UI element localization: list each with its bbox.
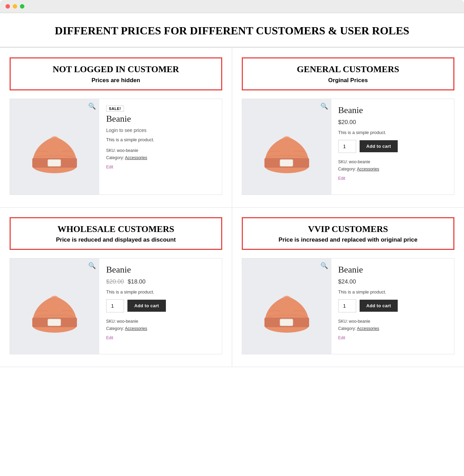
beanie-illustration-3 [27,277,82,335]
svg-rect-2 [48,159,61,166]
product-card-general: 🔍 Beanie $20.00 This is a [242,99,455,195]
quadrant-wholesale: WHOLESALE CUSTOMERS Price is reduced and… [0,208,232,367]
beanie-illustration-2 [259,118,314,176]
window-chrome [0,0,464,13]
close-dot[interactable] [5,4,10,9]
qty-input-4[interactable] [338,299,356,312]
product-image-area-2: 🔍 [242,99,331,195]
sale-badge-1: SALE! [106,106,124,112]
quadrant-heading-not-logged-in: NOT LOGGED IN CUSTOMER [18,64,214,75]
quadrant-subheading-wholesale: Price is reduced and displayed as discou… [18,236,214,243]
quadrant-heading-wholesale: WHOLESALE CUSTOMERS [18,224,214,234]
category-link-4[interactable]: Accessories [357,326,379,331]
label-box-vvip: VVIP CUSTOMERS Price is increased and re… [242,217,455,250]
product-info-4: Beanie $24.00 This is a simple product. … [331,258,454,354]
quadrant-subheading-general: Orginal Prices [250,77,447,84]
svg-rect-11 [280,319,293,326]
add-to-cart-button-4[interactable]: Add to cart [360,300,398,312]
edit-link-3[interactable]: Edit [106,335,113,340]
label-box-wholesale: WHOLESALE CUSTOMERS Price is reduced and… [10,217,222,250]
description-2: This is a simple product. [338,130,448,135]
sku-2: woo-beanie [349,159,370,164]
svg-rect-5 [280,159,293,166]
main-container: DIFFERENT PRICES FOR DIFFERENT CUSTOMERS… [0,13,464,367]
zoom-icon-3[interactable]: 🔍 [88,262,96,269]
quadrant-grid: NOT LOGGED IN CUSTOMER Prices are hidden… [0,47,464,367]
description-4: This is a simple product. [338,289,448,295]
quadrant-vvip: VVIP CUSTOMERS Price is increased and re… [232,208,464,367]
minimize-dot[interactable] [13,4,17,9]
cart-row-2: Add to cart [338,140,448,153]
zoom-icon-4[interactable]: 🔍 [320,262,328,269]
product-card-wholesale: 🔍 Beanie $20.00 [10,258,222,354]
meta-info-3: SKU: woo-beanie Category: Accessories [106,318,215,333]
qty-input-2[interactable] [338,140,356,153]
zoom-icon-1[interactable]: 🔍 [88,102,96,110]
category-link-3[interactable]: Accessories [125,326,147,331]
product-card-not-logged-in: 🔍 [10,99,222,195]
meta-info-4: SKU: woo-beanie Category: Accessories [338,318,448,333]
product-name-2: Beanie [338,105,448,115]
price-original-wholesale: $20.00 [106,278,124,285]
label-box-general: GENERAL CUSTOMERS Orginal Prices [242,57,455,90]
description-1: This is a simple product. [106,137,215,142]
price-vvip: $24.00 [338,278,448,285]
edit-link-4[interactable]: Edit [338,335,346,340]
quadrant-heading-general: GENERAL CUSTOMERS [250,64,447,75]
cart-row-4: Add to cart [338,299,448,312]
product-name-4: Beanie [338,265,448,275]
category-link-1[interactable]: Accessories [125,155,147,160]
qty-input-3[interactable] [106,299,124,312]
zoom-icon-2[interactable]: 🔍 [320,102,328,110]
sku-3: woo-beanie [117,319,138,324]
category-link-2[interactable]: Accessories [357,167,379,171]
svg-rect-8 [48,319,61,326]
add-to-cart-button-3[interactable]: Add to cart [127,300,166,312]
label-box-not-logged-in: NOT LOGGED IN CUSTOMER Prices are hidden [10,57,222,90]
product-image-area-4: 🔍 [242,258,331,354]
quadrant-not-logged-in: NOT LOGGED IN CUSTOMER Prices are hidden… [0,48,232,207]
product-image-area-1: 🔍 [10,99,99,195]
page-title-section: DIFFERENT PRICES FOR DIFFERENT CUSTOMERS… [0,13,464,47]
beanie-illustration-4 [259,277,314,335]
price-wholesale: $20.00 $18.00 [106,278,215,285]
product-card-vvip: 🔍 Beanie $24.00 This is a [242,258,455,354]
product-info-2: Beanie $20.00 This is a simple product. … [331,99,454,195]
product-name-1: Beanie [106,114,215,124]
product-info-1: SALE! Beanie Login to see prices This is… [99,99,222,195]
quadrant-subheading-not-logged-in: Prices are hidden [18,77,214,84]
login-price-text: Login to see prices [106,128,215,133]
price-general: $20.00 [338,119,448,126]
quadrant-subheading-vvip: Price is increased and replaced with ori… [250,236,447,243]
product-image-area-3: 🔍 [10,258,99,354]
page-title: DIFFERENT PRICES FOR DIFFERENT CUSTOMERS… [7,24,457,37]
product-name-3: Beanie [106,265,215,275]
sku-4: woo-beanie [349,319,370,324]
add-to-cart-button-2[interactable]: Add to cart [360,140,398,152]
sku-1: woo-beanie [117,148,138,153]
quadrant-general: GENERAL CUSTOMERS Orginal Prices 🔍 [232,48,464,207]
price-discounted-wholesale: $18.00 [128,278,146,285]
edit-link-1[interactable]: Edit [106,165,113,169]
quadrant-heading-vvip: VVIP CUSTOMERS [250,224,447,234]
meta-info-1: SKU: woo-beanie Category: Accessories [106,147,215,162]
edit-link-2[interactable]: Edit [338,176,346,181]
meta-info-2: SKU: woo-beanie Category: Accessories [338,158,448,173]
maximize-dot[interactable] [20,4,24,9]
product-info-3: Beanie $20.00 $18.00 This is a simple pr… [99,258,222,354]
cart-row-3: Add to cart [106,299,215,312]
description-3: This is a simple product. [106,289,215,295]
beanie-illustration-1 [27,118,82,176]
